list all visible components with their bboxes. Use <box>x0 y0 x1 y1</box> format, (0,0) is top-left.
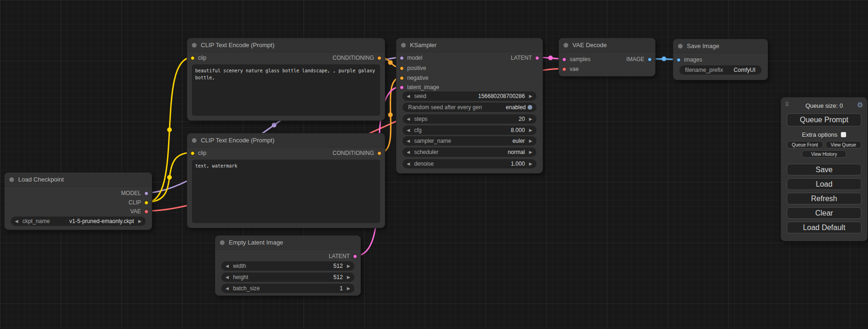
output-slot-conditioning[interactable]: CONDITIONING <box>332 54 381 62</box>
input-port-vae[interactable] <box>562 67 566 71</box>
widget-scheduler[interactable]: ◀ scheduler normal ▶ <box>402 147 536 157</box>
input-port-clip[interactable] <box>191 56 195 60</box>
node-clip-text-encode-negative[interactable]: CLIP Text Encode (Prompt) clip CONDITION… <box>187 133 385 228</box>
node-header[interactable]: VAE Decode <box>559 38 655 52</box>
node-header[interactable]: Load Checkpoint <box>5 173 152 187</box>
comfy-menu-panel[interactable]: ⠿ Queue size: 0 ⚙ Queue Prompt Extra opt… <box>781 97 868 241</box>
widget-cfg[interactable]: ◀ cfg 8.000 ▶ <box>402 126 536 135</box>
drag-handle-icon[interactable]: ⠿ <box>785 101 789 108</box>
widget-height[interactable]: ◀ height 512 ▶ <box>221 273 354 282</box>
stepper-left-icon[interactable]: ◀ <box>226 264 229 268</box>
collapse-dot-icon[interactable] <box>678 44 683 49</box>
stepper-right-icon[interactable]: ▶ <box>138 219 141 224</box>
input-slot-clip[interactable]: clip <box>191 149 206 157</box>
node-empty-latent-image[interactable]: Empty Latent Image LATENT ◀ width 512 ▶ … <box>215 235 361 296</box>
input-port-samples[interactable] <box>562 57 566 62</box>
stepper-right-icon[interactable]: ▶ <box>529 94 532 98</box>
node-vae-decode[interactable]: VAE Decode samples vae IMAGE <box>558 38 656 77</box>
output-slot-model[interactable]: MODEL <box>121 189 148 197</box>
input-slot-images[interactable]: images <box>677 56 702 63</box>
output-slot-vae[interactable]: VAE <box>130 208 148 215</box>
input-slot-vae[interactable]: vae <box>562 65 579 73</box>
stepper-left-icon[interactable]: ◀ <box>407 94 410 98</box>
prompt-textarea[interactable]: text, watermark <box>192 160 380 223</box>
input-port-clip[interactable] <box>191 151 195 155</box>
node-header[interactable]: Save Image <box>673 39 768 53</box>
input-port-latent-image[interactable] <box>400 85 404 90</box>
save-button[interactable]: Save <box>787 164 861 175</box>
widget-batch-size[interactable]: ◀ batch_size 1 ▶ <box>221 284 354 293</box>
input-slot-positive[interactable]: positive <box>400 64 426 72</box>
toggle-knob-icon[interactable] <box>528 105 532 110</box>
output-slot-latent[interactable]: LATENT <box>511 54 539 62</box>
output-port-conditioning[interactable] <box>377 56 381 60</box>
input-slot-latent-image[interactable]: latent_image <box>400 84 439 91</box>
stepper-right-icon[interactable]: ▶ <box>529 128 532 133</box>
stepper-left-icon[interactable]: ◀ <box>15 219 18 224</box>
input-slot-clip[interactable]: clip <box>191 54 206 62</box>
output-slot-conditioning[interactable]: CONDITIONING <box>332 149 381 157</box>
node-header[interactable]: Empty Latent Image <box>215 236 360 250</box>
queue-front-button[interactable]: Queue Front <box>787 141 823 148</box>
output-port-model[interactable] <box>144 191 148 196</box>
widget-seed[interactable]: ◀ seed 156680208700286 ▶ <box>402 91 536 101</box>
output-port-conditioning[interactable] <box>377 151 381 155</box>
refresh-button[interactable]: Refresh <box>787 193 861 204</box>
output-port-latent[interactable] <box>353 254 357 259</box>
node-graph-canvas[interactable]: Load Checkpoint MODEL CLIP VAE ◀ ckpt_na… <box>0 0 868 329</box>
node-header[interactable]: CLIP Text Encode (Prompt) <box>187 133 385 147</box>
collapse-dot-icon[interactable] <box>192 43 197 48</box>
collapse-dot-icon[interactable] <box>220 240 225 245</box>
collapse-dot-icon[interactable] <box>564 43 568 48</box>
stepper-right-icon[interactable]: ▶ <box>347 287 350 291</box>
stepper-left-icon[interactable]: ◀ <box>407 128 410 133</box>
widget-denoise[interactable]: ◀ denoise 1.000 ▶ <box>402 159 536 168</box>
extra-options-checkbox[interactable] <box>841 132 846 137</box>
input-slot-model[interactable]: model <box>400 54 423 62</box>
view-queue-button[interactable]: View Queue <box>826 141 862 148</box>
stepper-right-icon[interactable]: ▶ <box>529 150 532 154</box>
output-port-image[interactable] <box>648 57 652 62</box>
output-port-vae[interactable] <box>144 210 148 214</box>
queue-prompt-button[interactable]: Queue Prompt <box>787 113 861 126</box>
view-history-button[interactable]: View History <box>802 150 847 158</box>
collapse-dot-icon[interactable] <box>401 43 406 48</box>
input-port-negative[interactable] <box>400 76 404 80</box>
stepper-right-icon[interactable]: ▶ <box>347 275 350 280</box>
widget-sampler-name[interactable]: ◀ sampler_name euler ▶ <box>402 136 536 146</box>
node-header[interactable]: KSampler <box>396 38 543 52</box>
stepper-right-icon[interactable]: ▶ <box>529 139 532 143</box>
output-port-clip[interactable] <box>144 201 148 205</box>
node-header[interactable]: CLIP Text Encode (Prompt) <box>187 38 385 52</box>
collapse-dot-icon[interactable] <box>9 177 14 182</box>
node-ksampler[interactable]: KSampler model positive negative latent_… <box>396 38 543 174</box>
widget-steps[interactable]: ◀ steps 20 ▶ <box>402 114 536 124</box>
input-port-model[interactable] <box>400 56 404 60</box>
output-slot-image[interactable]: IMAGE <box>626 56 652 63</box>
stepper-left-icon[interactable]: ◀ <box>226 275 229 280</box>
output-slot-clip[interactable]: CLIP <box>128 199 148 206</box>
widget-width[interactable]: ◀ width 512 ▶ <box>221 261 354 271</box>
widget-random-seed-toggle[interactable]: Random seed after every gen enabled <box>402 103 536 112</box>
input-slot-negative[interactable]: negative <box>400 74 428 82</box>
stepper-left-icon[interactable]: ◀ <box>407 117 410 121</box>
load-default-button[interactable]: Load Default <box>787 222 861 233</box>
prompt-textarea[interactable]: beautiful scenery nature glass bottle la… <box>192 64 380 116</box>
stepper-right-icon[interactable]: ▶ <box>529 117 532 121</box>
output-port-latent[interactable] <box>535 56 539 60</box>
clear-button[interactable]: Clear <box>787 207 861 219</box>
widget-ckpt-name[interactable]: ◀ ckpt_name v1-5-pruned-emaonly.ckpt ▶ <box>11 217 146 226</box>
stepper-left-icon[interactable]: ◀ <box>407 150 410 154</box>
stepper-left-icon[interactable]: ◀ <box>226 287 229 291</box>
input-port-images[interactable] <box>677 58 681 62</box>
load-button[interactable]: Load <box>787 178 861 190</box>
stepper-left-icon[interactable]: ◀ <box>407 139 410 143</box>
node-load-checkpoint[interactable]: Load Checkpoint MODEL CLIP VAE ◀ ckpt_na… <box>4 172 152 230</box>
node-clip-text-encode-positive[interactable]: CLIP Text Encode (Prompt) clip CONDITION… <box>187 38 385 121</box>
input-slot-samples[interactable]: samples <box>562 56 591 63</box>
input-port-positive[interactable] <box>400 66 404 70</box>
collapse-dot-icon[interactable] <box>192 138 197 143</box>
node-save-image[interactable]: Save Image images filename_prefix ComfyU… <box>673 39 768 80</box>
stepper-right-icon[interactable]: ▶ <box>347 264 350 268</box>
widget-filename-prefix[interactable]: filename_prefix ComfyUI <box>679 65 762 75</box>
